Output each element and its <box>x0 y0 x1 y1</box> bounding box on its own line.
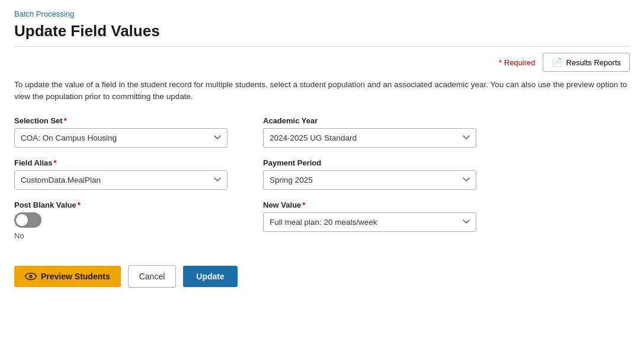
post-blank-required: * <box>78 200 81 209</box>
academic-year-label: Academic Year <box>263 116 476 125</box>
description-text: To update the value of a field in the st… <box>14 79 630 103</box>
update-button[interactable]: Update <box>183 266 237 287</box>
breadcrumb[interactable]: Batch Processing <box>14 9 630 18</box>
toggle-group: No <box>14 212 228 240</box>
preview-students-label: Preview Students <box>41 272 110 281</box>
post-blank-toggle[interactable] <box>14 212 41 228</box>
academic-year-select[interactable]: 2024-2025 UG Standard <box>263 128 476 148</box>
new-value-group: New Value* Full meal plan: 20 meals/week <box>263 200 476 240</box>
svg-point-2 <box>30 275 31 276</box>
toggle-slider <box>14 212 41 228</box>
preview-students-button[interactable]: Preview Students <box>14 266 121 287</box>
cancel-button[interactable]: Cancel <box>128 265 177 288</box>
payment-period-select[interactable]: Spring 2025 <box>263 170 476 190</box>
form-grid: Selection Set* COA: On Campus Housing Ac… <box>14 116 476 251</box>
new-value-label: New Value* <box>263 200 476 209</box>
new-value-required: * <box>302 200 305 209</box>
selection-set-select[interactable]: COA: On Campus Housing <box>14 128 228 148</box>
actions: Preview Students Cancel Update <box>14 265 630 288</box>
post-blank-value-label: Post Blank Value* <box>14 200 228 209</box>
results-reports-label: Results Reports <box>566 58 621 67</box>
page-title: Update Field Values <box>14 22 630 40</box>
new-value-select[interactable]: Full meal plan: 20 meals/week <box>263 212 476 232</box>
eye-icon <box>25 272 37 281</box>
results-reports-button[interactable]: 📄 Results Reports <box>543 53 630 72</box>
field-alias-label: Field Alias* <box>14 158 228 167</box>
toggle-no-label: No <box>14 231 24 240</box>
toolbar: * Required 📄 Results Reports <box>14 53 630 72</box>
field-alias-select[interactable]: CustomData.MealPlan <box>14 170 228 190</box>
payment-period-label: Payment Period <box>263 158 476 167</box>
payment-period-group: Payment Period Spring 2025 <box>263 158 476 190</box>
required-label: * Required <box>499 58 535 67</box>
selection-set-label: Selection Set* <box>14 116 228 125</box>
doc-icon: 📄 <box>552 57 563 68</box>
post-blank-value-group: Post Blank Value* No <box>14 200 228 240</box>
academic-year-group: Academic Year 2024-2025 UG Standard <box>263 116 476 148</box>
selection-set-required: * <box>64 116 67 125</box>
divider <box>14 46 630 47</box>
field-alias-group: Field Alias* CustomData.MealPlan <box>14 158 228 190</box>
field-alias-required: * <box>54 158 57 167</box>
selection-set-group: Selection Set* COA: On Campus Housing <box>14 116 228 148</box>
